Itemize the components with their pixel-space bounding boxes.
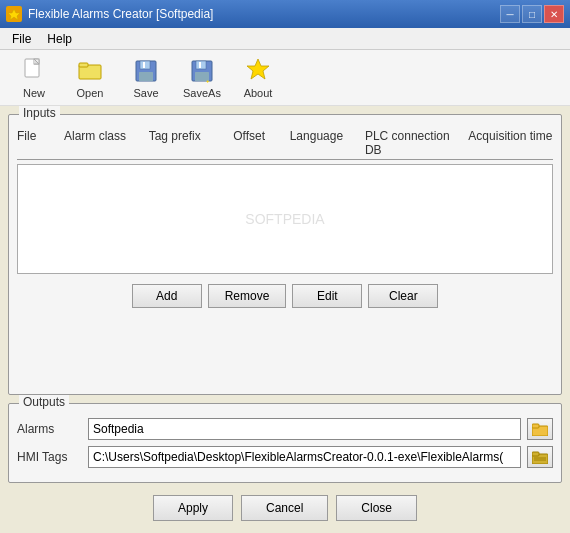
svg-rect-18 xyxy=(532,452,539,456)
alarms-row: Alarms xyxy=(17,418,553,440)
close-window-button[interactable]: ✕ xyxy=(544,5,564,23)
hmitags-row: HMI Tags xyxy=(17,446,553,468)
title-bar-left: Flexible Alarms Creator [Softpedia] xyxy=(6,6,213,22)
alarms-input[interactable] xyxy=(88,418,521,440)
remove-button[interactable]: Remove xyxy=(208,284,287,308)
app-icon xyxy=(6,6,22,22)
main-content: Inputs File Alarm class Tag prefix Offse… xyxy=(0,106,570,533)
hmitags-label: HMI Tags xyxy=(17,450,82,464)
edit-button[interactable]: Edit xyxy=(292,284,362,308)
cancel-button[interactable]: Cancel xyxy=(241,495,328,521)
hmitags-browse-button[interactable] xyxy=(527,446,553,468)
alarms-browse-button[interactable] xyxy=(527,418,553,440)
close-button[interactable]: Close xyxy=(336,495,417,521)
about-label: About xyxy=(244,87,273,99)
svg-rect-4 xyxy=(79,63,88,67)
save-button[interactable]: Save xyxy=(120,54,172,102)
col-header-acq: Acquisition time xyxy=(468,129,553,157)
window-title: Flexible Alarms Creator [Softpedia] xyxy=(28,7,213,21)
outputs-group-label: Outputs xyxy=(19,395,69,409)
new-icon xyxy=(20,57,48,85)
file-menu[interactable]: File xyxy=(4,28,39,49)
svg-rect-7 xyxy=(139,72,153,81)
toolbar: New Open Save xyxy=(0,50,570,106)
col-header-alarm: Alarm class xyxy=(64,129,149,157)
menu-bar: File Help xyxy=(0,28,570,50)
col-header-offset: Offset xyxy=(233,129,289,157)
about-button[interactable]: About xyxy=(232,54,284,102)
svg-text:+: + xyxy=(206,78,210,84)
col-header-tag: Tag prefix xyxy=(149,129,234,157)
minimize-button[interactable]: ─ xyxy=(500,5,520,23)
inputs-buttons-row: Add Remove Edit Clear xyxy=(17,278,553,308)
svg-rect-8 xyxy=(143,62,145,68)
open-icon xyxy=(76,57,104,85)
watermark: SOFTPEDIA xyxy=(245,211,324,227)
title-bar: Flexible Alarms Creator [Softpedia] ─ □ … xyxy=(0,0,570,28)
col-header-language: Language xyxy=(290,129,365,157)
new-button[interactable]: New xyxy=(8,54,60,102)
save-label: Save xyxy=(133,87,158,99)
open-button[interactable]: Open xyxy=(64,54,116,102)
add-button[interactable]: Add xyxy=(132,284,202,308)
hmitags-input[interactable] xyxy=(88,446,521,468)
col-header-file: File xyxy=(17,129,64,157)
help-menu[interactable]: Help xyxy=(39,28,80,49)
apply-button[interactable]: Apply xyxy=(153,495,233,521)
folder-open-icon xyxy=(532,450,548,464)
new-label: New xyxy=(23,87,45,99)
saveas-button[interactable]: + SaveAs xyxy=(176,54,228,102)
table-header: File Alarm class Tag prefix Offset Langu… xyxy=(17,127,553,160)
window-controls: ─ □ ✕ xyxy=(500,5,564,23)
about-icon xyxy=(244,57,272,85)
saveas-label: SaveAs xyxy=(183,87,221,99)
inputs-group-label: Inputs xyxy=(19,106,60,120)
alarms-label: Alarms xyxy=(17,422,82,436)
open-label: Open xyxy=(77,87,104,99)
svg-marker-14 xyxy=(247,59,269,79)
saveas-icon: + xyxy=(188,57,216,85)
bottom-buttons-row: Apply Cancel Close xyxy=(8,491,562,525)
folder-icon xyxy=(532,422,548,436)
inputs-table[interactable]: SOFTPEDIA xyxy=(17,164,553,274)
save-icon xyxy=(132,57,160,85)
col-header-plc: PLC connection DB xyxy=(365,129,468,157)
outputs-group: Outputs Alarms HMI Tags xyxy=(8,403,562,483)
svg-rect-16 xyxy=(532,424,539,428)
inputs-group: Inputs File Alarm class Tag prefix Offse… xyxy=(8,114,562,395)
inputs-content: File Alarm class Tag prefix Offset Langu… xyxy=(17,127,553,308)
svg-marker-0 xyxy=(8,9,20,20)
svg-rect-12 xyxy=(199,62,201,68)
clear-button[interactable]: Clear xyxy=(368,284,438,308)
maximize-button[interactable]: □ xyxy=(522,5,542,23)
